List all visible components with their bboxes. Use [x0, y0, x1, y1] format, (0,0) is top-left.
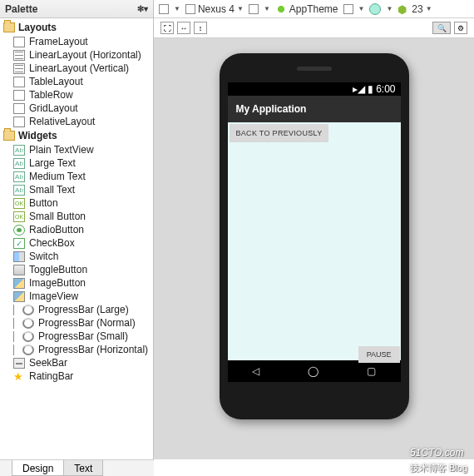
layout-icon: [13, 37, 25, 47]
config-toolbar: ▼ Nexus 4▼ ▼ AppTheme ▼ ▼ ⬢23▼: [154, 0, 474, 18]
radio-icon: [13, 225, 25, 236]
progress-icon: [22, 318, 34, 329]
preview-panel: ▼ Nexus 4▼ ▼ AppTheme ▼ ▼ ⬢23▼ ⛶ ↔ ↕ 🔍 ⚙: [154, 0, 474, 459]
palette-item[interactable]: Small Text: [0, 183, 153, 196]
palette-item[interactable]: ProgressBar (Horizontal): [0, 343, 153, 356]
app-title: My Application: [236, 103, 307, 115]
progress-icon: [22, 305, 34, 315]
resize-h-icon[interactable]: ↔: [177, 22, 190, 34]
layout-icon[interactable]: [249, 4, 259, 14]
api-selector[interactable]: ⬢23▼: [397, 3, 432, 15]
viewport-icon[interactable]: ⛶: [160, 22, 174, 34]
folder-icon: [3, 22, 15, 32]
palette-item[interactable]: ImageView: [0, 290, 153, 303]
layout-icon: [13, 50, 25, 61]
editor-tabs: Design Text: [0, 459, 154, 476]
palette-item[interactable]: ProgressBar (Normal): [0, 316, 153, 330]
app-body[interactable]: BACK TO PREVIOUSLY PAUSE: [228, 122, 401, 364]
layout-icon: [13, 103, 25, 114]
toggle-icon: [13, 265, 25, 275]
progress-icon: [22, 345, 34, 355]
palette-item[interactable]: Plain TextView: [0, 143, 153, 156]
speaker-icon: [297, 67, 332, 71]
activity-icon[interactable]: [343, 4, 353, 14]
textview-icon: [13, 145, 25, 156]
palette-item[interactable]: GridLayout: [0, 102, 153, 115]
button-icon: [13, 198, 25, 209]
tab-design[interactable]: Design: [12, 460, 64, 476]
category-widgets[interactable]: Widgets: [0, 128, 153, 143]
gear-icon[interactable]: ✻▾: [137, 4, 148, 13]
palette-panel: Palette ✻▾ Layouts FrameLayout LinearLay…: [0, 0, 154, 459]
orientation-icon[interactable]: [159, 4, 169, 14]
device-icon: [185, 4, 195, 14]
design-canvas[interactable]: ▸◢ ▮ 6:00 My Application BACK TO PREVIOU…: [154, 38, 474, 459]
battery-icon: ▮: [368, 83, 373, 95]
layout-icon: [13, 63, 25, 74]
app-bar: My Application: [228, 96, 401, 122]
theme-icon: [275, 3, 287, 15]
textview-icon: [13, 158, 25, 169]
nav-home-icon[interactable]: ◯: [308, 365, 318, 377]
palette-item[interactable]: RadioButton: [0, 223, 153, 236]
device-frame: ▸◢ ▮ 6:00 My Application BACK TO PREVIOU…: [220, 53, 409, 419]
palette-header: Palette ✻▾: [0, 0, 153, 18]
palette-item[interactable]: Small Button: [0, 210, 153, 223]
zoom-button[interactable]: 🔍: [432, 22, 451, 34]
tab-text[interactable]: Text: [63, 460, 103, 476]
palette-item[interactable]: SeekBar: [0, 356, 153, 369]
check-icon: [13, 238, 25, 249]
resize-v-icon[interactable]: ↕: [194, 22, 207, 34]
pause-button[interactable]: PAUSE: [358, 346, 400, 363]
palette-body: Layouts FrameLayout LinearLayout (Horizo…: [0, 18, 153, 459]
palette-title: Palette: [5, 3, 37, 15]
nav-recent-icon[interactable]: ▢: [367, 365, 376, 377]
button-icon: [13, 211, 25, 222]
seekbar-icon: [13, 358, 25, 369]
palette-item[interactable]: RelativeLayout: [0, 115, 153, 128]
palette-item[interactable]: ProgressBar (Small): [0, 330, 153, 343]
imagebutton-icon: [13, 278, 25, 289]
textview-icon: [13, 185, 25, 196]
switch-icon: [13, 251, 25, 262]
signal-icon: ▸◢: [353, 83, 365, 95]
rating-icon: [13, 371, 25, 382]
palette-item[interactable]: RatingBar: [0, 369, 153, 383]
palette-item[interactable]: ProgressBar (Large): [0, 303, 153, 316]
palette-item[interactable]: Large Text: [0, 156, 153, 170]
palette-item[interactable]: Switch: [0, 250, 153, 263]
layout-icon: [13, 77, 25, 87]
textview-icon: [13, 171, 25, 182]
palette-item[interactable]: Medium Text: [0, 170, 153, 183]
palette-item[interactable]: TableRow: [0, 88, 153, 102]
palette-item[interactable]: LinearLayout (Vertical): [0, 62, 153, 75]
device-screen: ▸◢ ▮ 6:00 My Application BACK TO PREVIOU…: [228, 82, 401, 382]
palette-item[interactable]: ToggleButton: [0, 263, 153, 276]
progress-icon: [22, 331, 34, 342]
palette-item[interactable]: ImageButton: [0, 276, 153, 290]
imageview-icon: [13, 291, 25, 302]
palette-item[interactable]: LinearLayout (Horizontal): [0, 48, 153, 62]
palette-item[interactable]: CheckBox: [0, 236, 153, 250]
palette-item[interactable]: FrameLayout: [0, 35, 153, 48]
android-icon: ⬢: [397, 3, 409, 15]
device-selector[interactable]: Nexus 4▼: [185, 3, 244, 15]
locale-icon[interactable]: [369, 3, 381, 15]
view-toolbar: ⛶ ↔ ↕ 🔍 ⚙: [154, 18, 474, 38]
settings-icon[interactable]: ⚙: [454, 22, 467, 34]
theme-selector[interactable]: AppTheme: [275, 3, 338, 15]
layout-icon: [13, 90, 25, 101]
nav-back-icon[interactable]: ◁: [252, 365, 259, 377]
palette-item[interactable]: Button: [0, 196, 153, 210]
category-layouts[interactable]: Layouts: [0, 20, 153, 35]
status-time: 6:00: [376, 83, 395, 95]
palette-item[interactable]: TableLayout: [0, 75, 153, 88]
folder-icon: [3, 131, 15, 141]
back-button[interactable]: BACK TO PREVIOUSLY: [230, 124, 329, 142]
status-bar: ▸◢ ▮ 6:00: [228, 82, 401, 96]
layout-icon: [13, 117, 25, 127]
